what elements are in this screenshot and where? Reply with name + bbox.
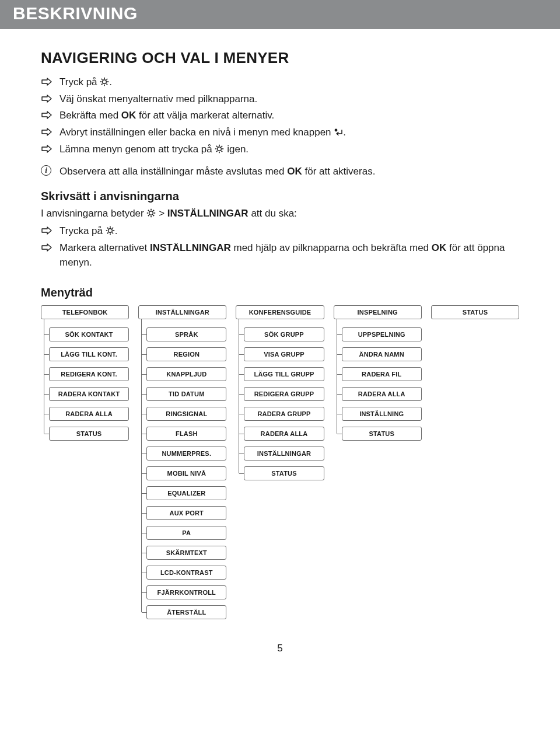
menu-tree-item: INSTÄLLNINGAR <box>244 447 324 461</box>
page-header: BESKRIVNING <box>0 0 560 29</box>
step-item: Markera alternativet INSTÄLLNINGAR med h… <box>41 241 519 270</box>
step-item: Bekräfta med OK för att välja markerat a… <box>41 109 519 123</box>
subsection-title: Skrivsätt i anvisningarna <box>41 190 519 203</box>
menu-tree-header: STATUS <box>431 305 519 319</box>
arrow-right-icon <box>41 93 52 103</box>
menu-tree-column: STATUS <box>431 305 519 625</box>
arrow-right-icon <box>41 110 52 119</box>
menu-tree-item: REGION <box>146 347 226 361</box>
gear-icon <box>106 226 115 235</box>
arrow-right-icon <box>41 76 52 86</box>
menu-tree-column: KONFERENSGUIDESÖK GRUPPVISA GRUPPLÄGG TI… <box>236 305 324 625</box>
subsection-intro: I anvisningarna betyder > INSTÄLLNINGAR … <box>41 207 519 221</box>
menu-tree-item: SÖK GRUPP <box>244 327 324 341</box>
menu-tree-item: REDIGERA GRUPP <box>244 387 324 401</box>
menu-tree-title: Menyträd <box>41 286 519 299</box>
menu-tree-item: STATUS <box>49 427 129 441</box>
menu-tree-item: FLASH <box>146 427 226 441</box>
menu-tree-item: AUX PORT <box>146 506 226 520</box>
menu-tree-item: LÄGG TILL GRUPP <box>244 367 324 381</box>
gear-icon <box>100 77 109 86</box>
menu-tree-header: KONFERENSGUIDE <box>236 305 324 319</box>
menu-tree-item: INSTÄLLNING <box>342 407 422 421</box>
menu-tree-item: PA <box>146 526 226 540</box>
arrow-right-icon <box>41 225 52 235</box>
menu-tree-item: RADERA ALLA <box>342 387 422 401</box>
menu-tree-column: TELEFONBOKSÖK KONTAKTLÄGG TILL KONT.REDI… <box>41 305 129 625</box>
menu-tree-header: INSTÄLLNINGAR <box>138 305 226 319</box>
menu-tree-item: KNAPPLJUD <box>146 367 226 381</box>
menu-tree-item: RADERA KONTAKT <box>49 387 129 401</box>
menu-tree-item: LÄGG TILL KONT. <box>49 347 129 361</box>
menu-tree-item: RINGSIGNAL <box>146 407 226 421</box>
menu-tree-children: SÖK GRUPPVISA GRUPPLÄGG TILL GRUPPREDIGE… <box>236 327 324 480</box>
menu-tree-item: ÅTERSTÄLL <box>146 605 226 619</box>
menu-tree-item: LCD-KONTRAST <box>146 566 226 580</box>
arrow-right-icon <box>41 242 52 252</box>
menu-tree-children: SÖK KONTAKTLÄGG TILL KONT.REDIGERA KONT.… <box>41 327 129 441</box>
step-item: Avbryt inställningen eller backa en nivå… <box>41 125 519 140</box>
menu-tree-item: UPPSPELNING <box>342 327 422 341</box>
section-title: NAVIGERING OCH VAL I MENYER <box>41 49 519 67</box>
menu-tree-header: INSPELNING <box>334 305 422 319</box>
menu-tree-item: REDIGERA KONT. <box>49 367 129 381</box>
arrow-right-icon <box>41 127 52 136</box>
menu-tree-item: TID DATUM <box>146 387 226 401</box>
subsection-steps: Trycka på . Markera alternativet INSTÄLL… <box>41 224 519 270</box>
menu-tree-item: MOBIL NIVÅ <box>146 466 226 480</box>
menu-tree-item: VISA GRUPP <box>244 347 324 361</box>
page-header-title: BESKRIVNING <box>13 4 547 23</box>
step-item: Trycka på . <box>41 224 519 239</box>
menu-tree-item: SKÄRMTEXT <box>146 546 226 560</box>
info-icon: i <box>41 165 51 176</box>
menu-tree-item: ÄNDRA NAMN <box>342 347 422 361</box>
menu-tree-header: TELEFONBOK <box>41 305 129 319</box>
gear-icon <box>215 144 224 154</box>
menu-tree-column: INSPELNINGUPPSPELNINGÄNDRA NAMNRADERA FI… <box>334 305 422 625</box>
menu-tree-item: RADERA GRUPP <box>244 407 324 421</box>
menu-tree-item: RADERA FIL <box>342 367 422 381</box>
navigation-steps: Tryck på . Väj önskat menyalternativ med… <box>41 75 519 156</box>
menu-tree-item: SPRÅK <box>146 327 226 341</box>
menu-tree-item: RADERA ALLA <box>244 427 324 441</box>
menu-tree-children: UPPSPELNINGÄNDRA NAMNRADERA FILRADERA AL… <box>334 327 422 441</box>
menu-tree-item: STATUS <box>342 427 422 441</box>
step-item: Tryck på . <box>41 75 519 90</box>
menu-tree-item: STATUS <box>244 466 324 480</box>
menu-tree-item: FJÄRRKONTROLL <box>146 585 226 599</box>
menu-tree: TELEFONBOKSÖK KONTAKTLÄGG TILL KONT.REDI… <box>41 303 519 625</box>
menu-tree-children: SPRÅKREGIONKNAPPLJUDTID DATUMRINGSIGNALF… <box>138 327 226 619</box>
menu-tree-item: RADERA ALLA <box>49 407 129 421</box>
step-item: Lämna menyn genom att trycka på igen. <box>41 142 519 157</box>
menu-tree-item: NUMMERPRES. <box>146 447 226 461</box>
menu-tree-column: INSTÄLLNINGARSPRÅKREGIONKNAPPLJUDTID DAT… <box>138 305 226 625</box>
menu-tree-item: SÖK KONTAKT <box>49 327 129 341</box>
menu-tree-item: EQUALIZER <box>146 486 226 500</box>
back-key-icon <box>334 127 343 137</box>
arrow-right-icon <box>41 144 52 153</box>
page-number: 5 <box>0 643 560 666</box>
gear-icon <box>146 208 156 218</box>
step-item: Väj önskat menyalternativ med pilknappar… <box>41 92 519 107</box>
info-note: i Observera att alla inställningar måste… <box>41 165 519 179</box>
